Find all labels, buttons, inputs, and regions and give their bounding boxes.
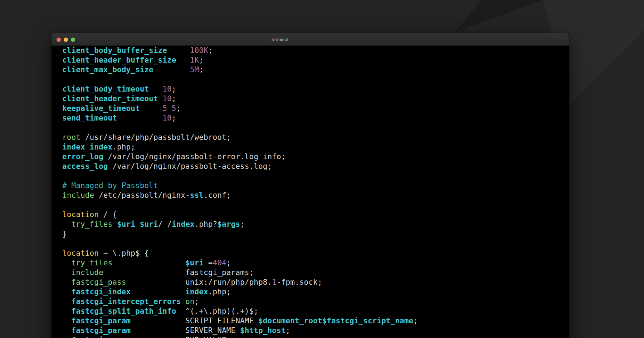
terminal-content[interactable]: client_body_buffer_size 100K;client_head…	[52, 46, 569, 338]
terminal-line: fastcgi_param SERVER_NAME $http_host;	[62, 326, 569, 335]
titlebar-divider	[501, 34, 501, 46]
terminal-line: include fastcgi_params;	[62, 268, 569, 278]
terminal-line: index index.php;	[62, 142, 569, 152]
terminal-line: client_header_timeout 10;	[62, 94, 569, 104]
zoom-button[interactable]	[71, 38, 75, 42]
window-title: Terminal	[244, 33, 315, 46]
terminal-line	[62, 123, 569, 133]
window-titlebar[interactable]: Terminal	[52, 33, 569, 46]
terminal-line	[62, 171, 569, 181]
terminal-line	[62, 239, 569, 249]
terminal-line: root /usr/share/php/passbolt/webroot;	[62, 133, 569, 142]
terminal-line: include /etc/passbolt/nginx-ssl.conf;	[62, 191, 569, 200]
terminal-line: fastcgi_param PHP_VALUE	[62, 335, 569, 338]
close-button[interactable]	[57, 38, 61, 42]
terminal-line: access_log /var/log/nginx/passbolt-acces…	[62, 162, 569, 171]
terminal-line: try_files $uri =404;	[62, 258, 569, 268]
terminal-line: location / {	[62, 210, 569, 220]
terminal-line: try_files $uri $uri/ /index.php?$args;	[62, 220, 569, 229]
terminal-line: fastcgi_index index.php;	[62, 287, 569, 297]
terminal-line: client_body_buffer_size 100K;	[62, 46, 569, 55]
terminal-window: Terminal client_body_buffer_size 100K;cl…	[52, 33, 569, 338]
terminal-line: client_body_timeout 10;	[62, 84, 569, 94]
terminal-line: client_max_body_size 5M;	[62, 65, 569, 75]
terminal-line: client_header_buffer_size 1K;	[62, 55, 569, 65]
terminal-line: error_log /var/log/nginx/passbolt-error.…	[62, 152, 569, 162]
terminal-line: location ~ \.php$ {	[62, 249, 569, 258]
terminal-line: }	[62, 229, 569, 239]
terminal-line: # Managed by Passbolt	[62, 181, 569, 191]
terminal-line: fastcgi_intercept_errors on;	[62, 297, 569, 307]
desktop-background: { "window": { "title": "Terminal" }, "ti…	[0, 0, 644, 338]
terminal-line: keepalive_timeout 5 5;	[62, 104, 569, 113]
terminal-line: fastcgi_split_path_info ^(.+\.php)(.+)$;	[62, 307, 569, 316]
terminal-line: fastcgi_param SCRIPT_FILENAME $document_…	[62, 316, 569, 326]
terminal-line: send_timeout 10;	[62, 113, 569, 123]
terminal-line: fastcgi_pass unix:/run/php/php8.1-fpm.so…	[62, 278, 569, 287]
terminal-line	[62, 200, 569, 210]
minimize-button[interactable]	[64, 38, 68, 42]
terminal-line	[62, 75, 569, 84]
